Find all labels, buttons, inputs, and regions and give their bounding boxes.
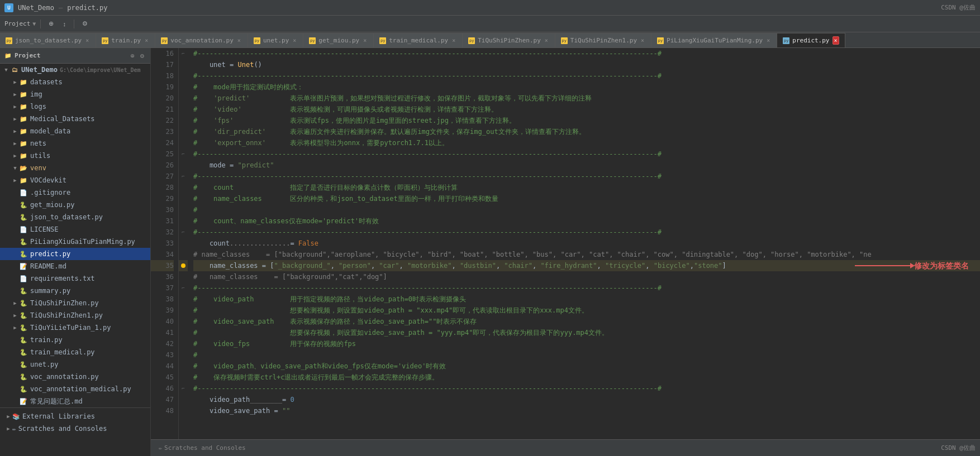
sidebar-item-scratches[interactable]: ✏️ Scratches and Consoles [0,423,150,435]
nets-arrow [11,140,19,147]
tiqushiPinZhen-label: TiQuShiPinZhen.py [30,299,99,307]
annotation-arrow-line [855,265,911,266]
sidebar-item-readme[interactable]: 📝 README.md [0,260,150,272]
get-miou-label: get_miou.py [30,201,74,209]
sidebar-item-train-medical[interactable]: 🐍 train_medical.py [0,346,150,358]
tab-close-tiqushiPinZhen1[interactable]: × [640,37,645,44]
utils-label: utils [30,152,50,160]
sidebar-root[interactable]: 🗂 UNet_Demo G:\Code\improve\UNet_Dem [0,64,150,76]
toolbar-dropdown-icon[interactable]: ▼ [32,21,36,27]
code-line-37: #---------------------------------------… [193,282,980,294]
sidebar-item-tiqushiPinZhen[interactable]: 🐍 TiQuShiPinZhen.py [0,297,150,309]
sidebar-item-tiquyilieTupian[interactable]: 🐍 TiQuYiLieTuPian_1.py [0,321,150,334]
bottom-right: CSDN @佐曲 [941,444,976,452]
toolbar-separator [40,20,41,28]
bottom-scratches[interactable]: ✏ Scratches and Consoles [155,443,249,453]
sidebar-item-predict[interactable]: 🐍 predict.py [0,248,150,260]
toolbar-add-btn[interactable]: ⊕ [45,19,57,28]
sidebar-item-summary[interactable]: 🐍 summary.py [0,285,150,297]
tab-close-train[interactable]: × [144,37,149,44]
datasets-arrow [11,78,19,86]
tab-predict[interactable]: py predict.py × [777,33,845,47]
sidebar-item-json-dataset[interactable]: 🐍 json_to_dataset.py [0,211,150,223]
fold-16[interactable]: ⌐ [182,51,184,56]
unet-icon: 🐍 [19,360,28,369]
tab-close-train-medical[interactable]: × [451,37,456,44]
tab-close-unet[interactable]: × [292,37,297,44]
tab-unet[interactable]: py unet.py × [248,33,303,47]
sidebar-item-tiqushiPinZhen1[interactable]: 🐍 TiQuShiPinZhen1.py [0,309,150,321]
tab-close-json[interactable]: × [84,37,90,44]
tab-tiqushiPinZhen[interactable]: py TiQuShiPinZhen.py × [463,33,555,47]
annotation-container: 修改为标签类名 [855,260,969,271]
title-bar-left: U UNet_Demo – predict.py [4,3,108,12]
tab-train-medical[interactable]: py train_medical.py × [374,33,463,47]
code-line-20: # 'predict' 表示单张图片预测，如果想对预测过程进行修改，如保存图片，… [193,93,980,104]
sidebar-item-gitignore[interactable]: 📄 .gitignore [0,186,150,199]
fold-46[interactable]: ⌐ [182,386,184,391]
tiqushiPinZhen-arrow [11,299,19,307]
sidebar-tree: 🗂 UNet_Demo G:\Code\improve\UNet_Dem 📁 d… [0,64,150,456]
voc-annotation-medical-icon: 🐍 [19,385,28,393]
sidebar-item-piliangxiu[interactable]: 🐍 PiLiangXiuGaiTuPianMing.py [0,236,150,248]
tab-tiqushiPinZhen1[interactable]: py TiQuShiPinZhen1.py × [555,33,651,47]
code-line-36: # name_classes = ["background","cat","do… [193,271,980,282]
sidebar-icon-settings[interactable]: ⚙ [139,51,146,60]
sidebar-icon-add[interactable]: ⊕ [129,51,136,60]
sidebar-item-voc-annotation-medical[interactable]: 🐍 voc_annotation_medical.py [0,383,150,395]
voc-annotation-icon: 🐍 [19,372,28,381]
code-editor[interactable]: #---------------------------------------… [188,48,980,439]
sidebar-item-model-data[interactable]: 📁 model_data [0,125,150,137]
project-label: Project [4,20,30,27]
sidebar-item-nets[interactable]: 📁 nets [0,137,150,150]
external-libraries-label: External Libraries [22,412,95,420]
code-container[interactable]: 16 17 18 19 20 21 22 23 24 25 26 27 28 2… [151,48,980,439]
sidebar-item-datasets[interactable]: 📁 datasets [0,76,150,88]
tab-json-to-dataset[interactable]: py json_to_dataset.py × [0,33,96,47]
code-line-43: # [193,349,980,361]
sidebar-item-venv[interactable]: 📂 venv [0,162,150,174]
toolbar: Project ▼ ⊕ ↕ ⚙ [0,16,980,32]
fold-27[interactable]: ⌐ [182,174,184,179]
voc-arrow [11,176,19,184]
sidebar-item-get-miou[interactable]: 🐍 get_miou.py [0,199,150,211]
tab-icon-unet: py [254,37,260,44]
summary-icon: 🐍 [19,286,28,295]
summary-label: summary.py [30,287,70,295]
sidebar-item-changjian[interactable]: 📝 常见问题汇总.md [0,395,150,407]
model-data-label: model_data [30,127,70,135]
fold-32[interactable]: ⌐ [182,229,184,235]
sidebar-item-requirements[interactable]: 📄 requirements.txt [0,272,150,285]
sidebar-item-img[interactable]: 📁 img [0,88,150,100]
sidebar-item-vocdevkit[interactable]: 📁 VOCdevkit [0,174,150,186]
tab-close-getmiou[interactable]: × [362,37,368,44]
tab-voc[interactable]: py voc_annotation.py × [155,33,248,47]
tab-close-piliangxiu[interactable]: × [765,37,771,44]
toolbar-settings-btn[interactable]: ⚙ [79,19,91,28]
sidebar-item-medical[interactable]: 📁 Medical_Datasets [0,113,150,125]
sidebar-item-logs[interactable]: 📁 logs [0,100,150,113]
sidebar-item-train[interactable]: 🐍 train.py [0,334,150,346]
tab-icon-getmiou: py [309,37,316,44]
sidebar-item-license[interactable]: 📄 LICENSE [0,223,150,236]
code-line-19: # mode用于指定测试时的模式： [193,81,980,93]
fold-37[interactable]: ⌐ [182,285,184,291]
sidebar-item-unet[interactable]: 🐍 unet.py [0,358,150,371]
sidebar-item-utils[interactable]: 📁 utils [0,150,150,162]
fold-25[interactable]: ⌐ [182,151,184,157]
train-icon: 🐍 [19,335,28,344]
tab-getmiou[interactable]: py get_miou.py × [303,33,374,47]
sidebar-item-external-libraries[interactable]: 📚 External Libraries [0,410,150,423]
tab-piliangxiu[interactable]: py PiLiangXiuGaiTuPianMing.py × [651,33,777,47]
toolbar-sort-btn[interactable]: ↕ [59,20,69,28]
code-line-30: # [193,204,980,215]
sidebar-item-voc-annotation[interactable]: 🐍 voc_annotation.py [0,371,150,383]
main-content: 📁 Project ⊕ ⚙ 🗂 UNet_Demo G:\Code\improv… [0,48,980,456]
req-icon: 📄 [19,274,28,283]
tab-label-unet: unet.py [263,37,289,44]
tab-close-tiqushiPinZhen[interactable]: × [544,37,549,44]
tab-close-voc[interactable]: × [236,37,242,44]
tab-close-predict[interactable]: × [832,36,839,45]
code-line-26: mode = "predict" [193,160,980,171]
tab-train[interactable]: py train.py × [96,33,155,47]
